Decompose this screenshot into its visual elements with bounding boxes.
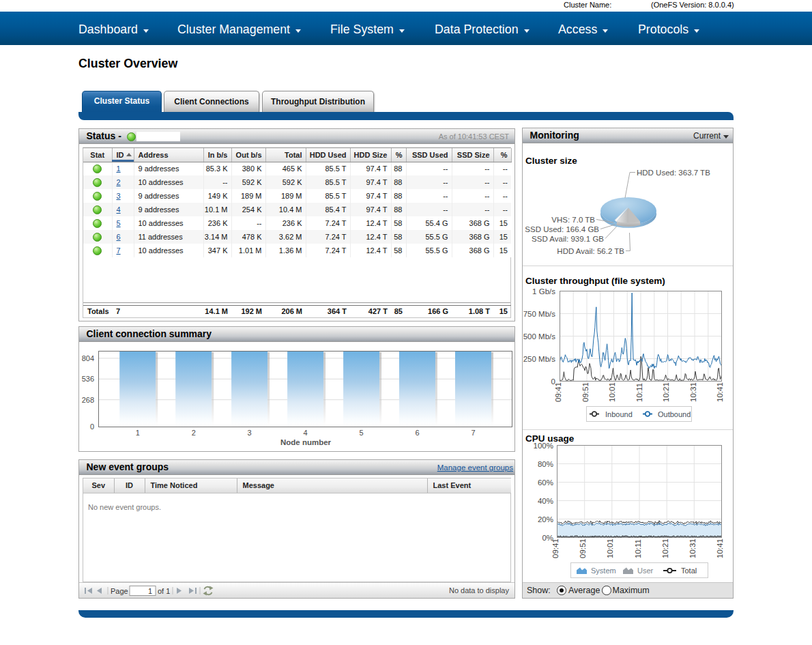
svg-text:Page: Page: [111, 587, 128, 595]
svg-text:1: 1: [148, 587, 152, 595]
svg-text:of 1: of 1: [158, 587, 170, 595]
